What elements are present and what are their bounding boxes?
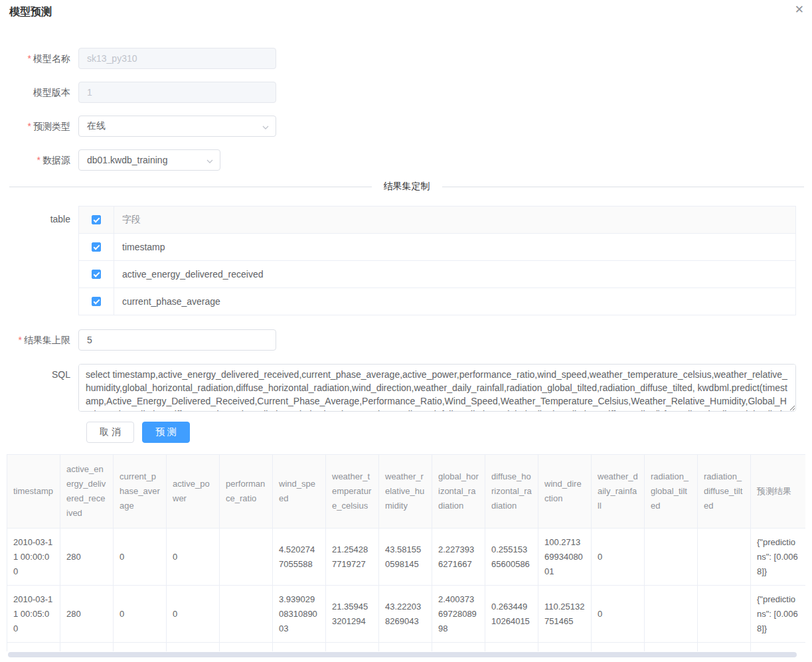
results-cell: 3.9390290831089003	[273, 586, 326, 643]
results-cell	[326, 643, 379, 652]
field-name: timestamp	[114, 242, 165, 252]
model-name-label: *模型名称	[0, 48, 78, 69]
results-cell: 21.254287719727	[326, 529, 379, 586]
results-col-header: weather_daily_rainfall	[592, 455, 645, 529]
results-cell: 43.222038269043	[379, 586, 432, 643]
predict-type-select[interactable]: 在线	[78, 116, 276, 137]
results-cell: 43.581550598145	[379, 529, 432, 586]
section-divider-title: 结果集定制	[372, 181, 442, 193]
results-table-wrap: timestampactive_energy_delivered_receive…	[7, 454, 805, 651]
results-cell: 280	[60, 586, 114, 643]
results-cell: 2010-03-11 00:00:00	[7, 529, 60, 586]
form-row-model-name: *模型名称	[0, 48, 276, 69]
cancel-button[interactable]: 取 消	[86, 422, 134, 443]
results-cell	[167, 643, 220, 652]
field-checkbox[interactable]	[92, 297, 101, 306]
form-row-model-version: 模型版本	[0, 82, 276, 103]
chevron-down-icon	[262, 123, 270, 133]
results-cell	[751, 643, 806, 652]
results-cell: 0	[114, 529, 167, 586]
button-row: 取 消 预 测	[86, 422, 190, 443]
form-row-result-limit: *结果集上限	[0, 329, 276, 351]
results-cell	[273, 643, 326, 652]
results-cell: 0	[114, 586, 167, 643]
field-header-checkbox-cell	[79, 207, 114, 233]
field-row: active_energy_delivered_received	[79, 261, 795, 288]
results-cell: 21.359453201294	[326, 586, 379, 643]
results-cell: 2.4003736972808998	[432, 586, 485, 643]
form-row-sql: SQL select timestamp,active_energy_deliv…	[0, 364, 796, 412]
results-col-header: active_power	[167, 455, 220, 529]
results-cell: 2010-03-11 00:05:00	[7, 586, 60, 643]
data-source-label: *数据源	[0, 149, 78, 171]
results-col-header: current_phase_average	[114, 455, 167, 529]
results-cell: {"predictions": [0.0068]}	[751, 586, 806, 643]
model-version-input[interactable]	[78, 82, 276, 103]
form-row-data-source: *数据源 db01.kwdb_training	[0, 149, 220, 171]
results-cell: {"predictions": [0.0068]}	[751, 529, 806, 586]
results-cell	[220, 643, 273, 652]
field-table-header-row: 字段	[79, 207, 795, 234]
sql-label: SQL	[0, 364, 78, 412]
results-cell	[645, 643, 698, 652]
results-cell	[645, 586, 698, 643]
results-row: 2010-03-11 00:00:00280004.52027470555882…	[7, 529, 806, 586]
results-cell	[60, 643, 114, 652]
results-col-header: radiation_diffuse_tilted	[698, 455, 751, 529]
select-all-checkbox[interactable]	[92, 215, 101, 224]
field-checkbox[interactable]	[92, 242, 101, 252]
results-cell	[592, 643, 645, 652]
results-cell: 0	[592, 586, 645, 643]
predict-type-value: 在线	[87, 120, 256, 132]
field-name: active_energy_delivered_received	[114, 269, 263, 280]
results-cell: 0.25515365600586	[485, 529, 538, 586]
results-cell: 100.27136993408001	[538, 529, 592, 586]
results-row: 2010-03-11 00:05:00280003.93902908310890…	[7, 586, 806, 643]
field-checkbox-cell	[79, 234, 114, 260]
model-name-input[interactable]	[78, 48, 276, 69]
result-limit-input[interactable]	[78, 329, 276, 351]
results-header-row: timestampactive_energy_delivered_receive…	[7, 455, 806, 529]
field-row: timestamp	[79, 234, 795, 261]
sql-textarea[interactable]: select timestamp,active_energy_delivered…	[78, 364, 796, 412]
results-col-header: timestamp	[7, 455, 60, 529]
results-cell: 0	[167, 529, 220, 586]
results-cell: 0	[592, 529, 645, 586]
model-version-label: 模型版本	[0, 82, 78, 103]
predict-type-label: *预测类型	[0, 116, 78, 137]
field-table-label: table	[0, 206, 78, 315]
field-section: table 字段 timestampactive_energy_delivere…	[0, 206, 796, 315]
results-cell: 280	[60, 529, 114, 586]
results-col-header: weather_temperature_celsius	[326, 455, 379, 529]
results-col-header: 预测结果	[751, 455, 806, 529]
results-table: timestampactive_energy_delivered_receive…	[7, 454, 805, 651]
results-cell: 110.25132751465	[538, 586, 592, 643]
data-source-select[interactable]: db01.kwdb_training	[78, 149, 220, 171]
results-cell	[7, 643, 60, 652]
results-cell	[645, 529, 698, 586]
predict-button[interactable]: 预 测	[142, 422, 190, 443]
results-cell	[485, 643, 538, 652]
results-cell	[114, 643, 167, 652]
results-col-header: active_energy_delivered_received	[60, 455, 114, 529]
results-col-header: diffuse_horizontal_radiation	[485, 455, 538, 529]
close-icon[interactable]: ✕	[795, 4, 804, 15]
data-source-value: db01.kwdb_training	[87, 155, 200, 165]
results-col-header: wind_direction	[538, 455, 592, 529]
required-mark: *	[28, 53, 31, 64]
model-predict-dialog: 模型预测 ✕ *模型名称 模型版本 *预测类型 在线 *数据源 db01.kwd…	[0, 0, 812, 662]
field-checkbox[interactable]	[92, 270, 101, 279]
field-name: current_phase_average	[114, 296, 220, 307]
results-row	[7, 643, 806, 652]
required-mark: *	[28, 121, 31, 131]
results-cell	[698, 643, 751, 652]
field-table: 字段 timestampactive_energy_delivered_rece…	[78, 206, 796, 315]
form-row-predict-type: *预测类型 在线	[0, 116, 276, 137]
results-cell: 4.5202747055588	[273, 529, 326, 586]
horizontal-scrollbar[interactable]	[8, 652, 797, 657]
field-table-header-title: 字段	[114, 214, 141, 226]
chevron-down-icon	[206, 157, 214, 167]
field-checkbox-cell	[79, 261, 114, 288]
results-cell	[698, 586, 751, 643]
results-col-header: radiation_global_tilted	[645, 455, 698, 529]
